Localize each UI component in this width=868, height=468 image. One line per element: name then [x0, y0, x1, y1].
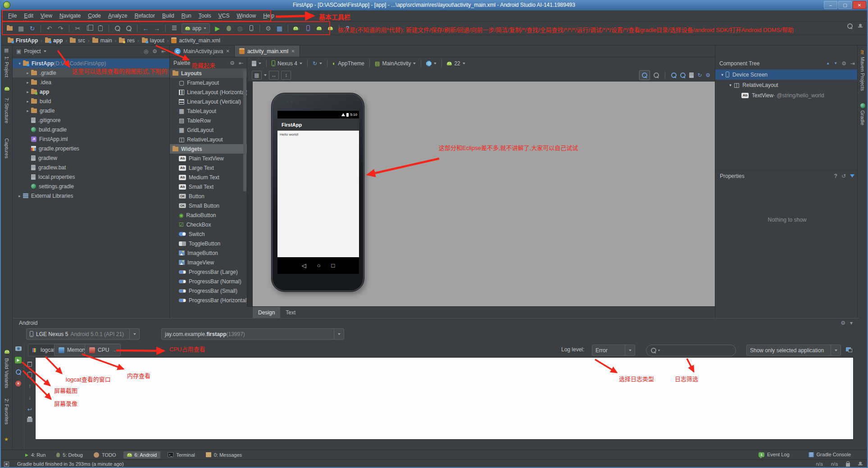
collapse-icon[interactable] — [24, 71, 31, 75]
back-button[interactable] — [141, 23, 151, 33]
analyze-icon[interactable] — [16, 369, 21, 375]
breadcrumb-src[interactable]: src — [68, 37, 86, 44]
filter-icon[interactable] — [850, 174, 854, 177]
settings-button[interactable] — [263, 23, 273, 33]
split-console-icon[interactable] — [846, 347, 852, 352]
tree-row-gitignore[interactable]: .gitignore — [13, 115, 169, 125]
close-tab-icon[interactable] — [291, 49, 295, 54]
menu-code[interactable]: Code — [84, 10, 105, 21]
minimize-button[interactable] — [824, 1, 837, 9]
zoom-in-button[interactable] — [671, 73, 677, 78]
undo-button[interactable] — [44, 23, 55, 33]
palette-item-checkbox[interactable]: CheckBox — [170, 220, 247, 229]
terminate-icon[interactable] — [15, 381, 21, 386]
reset-icon[interactable] — [841, 173, 846, 179]
chevron-down-icon[interactable] — [44, 50, 46, 52]
preview-doc-button[interactable] — [689, 73, 694, 78]
scroll-to-end-icon[interactable] — [27, 372, 32, 377]
activity-select[interactable]: MainActivity — [375, 60, 416, 67]
theme-select[interactable]: AppTheme — [332, 60, 364, 67]
palette-item-linearlayout-v[interactable]: LinearLayout (Vertical) — [170, 97, 247, 106]
menu-refactor[interactable]: Refactor — [131, 10, 159, 21]
tree-row-build[interactable]: build — [13, 96, 169, 106]
run-configuration-select[interactable]: app — [182, 23, 210, 33]
tree-row-external-libraries[interactable]: External Libraries — [13, 191, 169, 200]
gear-icon[interactable] — [152, 48, 157, 55]
attach-debugger-button[interactable] — [246, 23, 256, 33]
collapse-all-icon[interactable] — [834, 61, 837, 65]
palette-item-progressbar-horizontal[interactable]: ProgressBar (Horizontal) — [170, 295, 247, 305]
palette-item-radiobutton[interactable]: RadioButton — [170, 210, 247, 220]
tree-row-build-gradle[interactable]: build.gradle — [13, 125, 169, 134]
clear-log-icon[interactable] — [27, 362, 32, 367]
collapse-panel-icon[interactable] — [161, 48, 166, 55]
palette-section-layouts[interactable]: Layouts — [170, 68, 247, 78]
sidebar-tab-captures[interactable]: Captures — [4, 138, 9, 159]
breadcrumb-layout[interactable]: layout — [141, 37, 166, 44]
sidebar-tab-maven[interactable]: Maven Projects — [860, 50, 865, 91]
wrap-lines-icon[interactable] — [27, 406, 32, 413]
tree-row-gradlew-bat[interactable]: gradlew.bat — [13, 163, 169, 172]
inspections-profile-icon[interactable] — [858, 462, 863, 466]
variant-grid-button[interactable] — [252, 71, 262, 80]
down-stack-trace-icon[interactable] — [28, 395, 31, 401]
palette-scrollbar[interactable] — [243, 70, 246, 191]
project-view-selector[interactable]: Project — [24, 48, 41, 55]
palette-item-switch[interactable]: Switch — [170, 229, 247, 239]
android-monitor-button[interactable] — [325, 23, 336, 33]
sidebar-tab-build-variants[interactable]: Build Variants — [4, 358, 9, 388]
orientation-select[interactable] — [313, 60, 322, 67]
menu-edit[interactable]: Edit — [20, 10, 37, 21]
replace-button[interactable] — [123, 23, 134, 33]
locale-select[interactable] — [426, 61, 436, 66]
palette-item-relativelayout[interactable]: RelativeLayout — [170, 135, 247, 144]
toolwindow-terminal[interactable]: >_Terminal — [164, 451, 199, 459]
gear-icon[interactable] — [841, 60, 846, 67]
tree-row-settings-gradle[interactable]: settings.gradle — [13, 182, 169, 191]
menu-file[interactable]: File — [5, 10, 20, 21]
sidebar-tab-structure[interactable]: 7: Structure — [4, 98, 9, 123]
component-textview[interactable]: Ab TextView - @string/hello_world — [715, 90, 859, 100]
editor-tab-activity-main[interactable]: activity_main.xml — [235, 45, 300, 57]
coverage-button[interactable] — [235, 23, 245, 33]
tree-row-idea[interactable]: .idea — [13, 77, 169, 87]
open-file-button[interactable] — [5, 23, 15, 33]
collapse-icon[interactable] — [16, 194, 23, 198]
palette-item-tablerow[interactable]: TableRow — [170, 116, 247, 125]
find-button[interactable] — [112, 23, 123, 33]
palette-item-progressbar-normal[interactable]: ProgressBar (Normal) — [170, 277, 247, 286]
dock-icon[interactable] — [850, 60, 855, 67]
debug-button[interactable] — [223, 23, 234, 33]
toolwindow-debug[interactable]: 5: Debug — [53, 451, 86, 459]
sidebar-tab-project[interactable]: 1: Project — [4, 56, 9, 77]
expand-icon[interactable] — [727, 83, 734, 87]
palette-item-small-button[interactable]: OKSmall Button — [170, 201, 247, 210]
sync-button[interactable] — [27, 23, 37, 33]
zoom-out-button[interactable] — [680, 73, 686, 78]
print-icon[interactable] — [27, 418, 32, 422]
palette-item-framelayout[interactable]: FrameLayout — [170, 78, 247, 87]
breadcrumb-project[interactable]: FirstApp — [6, 37, 39, 44]
palette-item-button[interactable]: OKButton — [170, 191, 247, 201]
palette-item-imagebutton[interactable]: ImageButton — [170, 248, 247, 258]
menu-vcs[interactable]: VCS — [215, 10, 233, 21]
log-level-select[interactable]: Error — [592, 345, 635, 356]
match-width-button[interactable] — [269, 71, 279, 80]
tree-row-iml[interactable]: JI FirstApp.iml — [13, 134, 169, 144]
refresh-button[interactable] — [697, 72, 702, 78]
collapse-panel-icon[interactable] — [239, 60, 243, 66]
match-height-button[interactable] — [281, 71, 291, 80]
gear-icon[interactable] — [230, 60, 235, 66]
toolwindow-gradle-console[interactable]: Gradle Console — [805, 451, 854, 458]
close-button[interactable] — [853, 1, 866, 9]
component-device-screen[interactable]: Device Screen — [715, 69, 859, 80]
screenshot-icon[interactable] — [15, 346, 22, 351]
ddms-button[interactable] — [314, 23, 324, 33]
copy-button[interactable] — [84, 23, 94, 33]
toolwindow-run[interactable]: 4: Run — [22, 451, 49, 459]
sidebar-tab-favorites[interactable]: 2: Favorites — [4, 399, 9, 424]
menu-build[interactable]: Build — [159, 10, 178, 21]
menu-navigate[interactable]: Navigate — [56, 10, 84, 21]
palette-item-medium-text[interactable]: AbMedium Text — [170, 173, 247, 182]
process-select[interactable]: jay.com.example.firstapp (13997) — [161, 328, 344, 340]
